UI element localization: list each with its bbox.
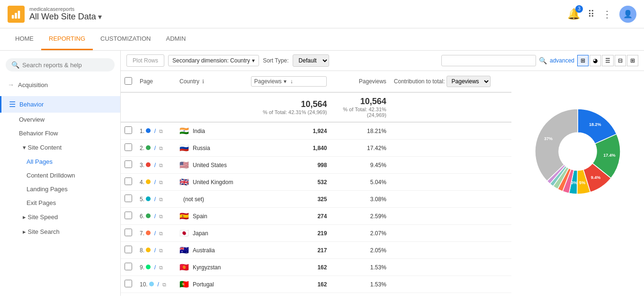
secondary-dimension-dropdown[interactable]: Secondary dimension: Country ▾ <box>168 55 259 66</box>
nav-home[interactable]: HOME <box>8 28 41 50</box>
row-checkbox-9[interactable] <box>125 280 132 287</box>
nav-customization[interactable]: CUSTOMIZATION <box>93 28 158 50</box>
contrib-cell: 1.53% <box>331 276 390 293</box>
nav-admin[interactable]: ADMIN <box>158 28 193 50</box>
page-link[interactable]: / <box>154 179 156 186</box>
copy-icon[interactable]: ⧉ <box>159 162 163 168</box>
pie-view-button[interactable]: ◕ <box>590 55 601 66</box>
pageviews-dropdown[interactable]: Pageviews ▾ ↓ <box>251 76 327 87</box>
sidebar-item-landing-pages[interactable]: Landing Pages <box>23 182 120 196</box>
country-name: Spain <box>193 213 207 220</box>
copy-icon[interactable]: ⧉ <box>159 265 163 270</box>
page-link[interactable]: / <box>154 230 156 237</box>
sidebar-item-behavior[interactable]: ☰ Behavior <box>0 96 120 113</box>
row-checkbox-7[interactable] <box>125 246 132 253</box>
table-chart-container: Page Country ℹ Pageviews ▾ ↓ <box>121 71 644 293</box>
contrib-bar-cell <box>390 122 511 140</box>
country-cell: 🇷🇺 Russia <box>179 143 243 152</box>
page-link[interactable]: / <box>154 264 156 271</box>
contrib-cell: 2.07% <box>331 225 390 242</box>
secondary-dim-label: Secondary dimension: Country <box>172 57 250 64</box>
sidebar: 🔍 → Acquisition ☰ Behavior Overview Beha… <box>0 51 121 296</box>
contrib-cell: 1.53% <box>331 259 390 276</box>
sort-arrow[interactable]: ↓ <box>290 78 293 85</box>
country-cell: 🇦🇺 Australia <box>179 246 243 255</box>
more-options-icon[interactable]: ⋮ <box>602 9 612 20</box>
row-checkbox-0[interactable] <box>125 126 132 134</box>
pageviews-cell: 162 <box>247 259 331 276</box>
country-cell: 🇺🇸 United States <box>179 160 243 169</box>
contrib-cell: 9.45% <box>331 157 390 174</box>
country-name: India <box>193 128 205 134</box>
flag-icon: 🇵🇹 <box>179 280 189 289</box>
page-link[interactable]: / <box>154 128 156 134</box>
dropdown-arrow[interactable]: ▾ <box>98 12 102 21</box>
page-link[interactable]: / <box>157 281 159 288</box>
page-link[interactable]: / <box>154 247 156 254</box>
filter-view-button[interactable]: ⊟ <box>615 55 626 66</box>
row-checkbox-5[interactable] <box>125 212 132 219</box>
sidebar-acquisition-section: → Acquisition <box>0 75 120 94</box>
custom-view-button[interactable]: ⊞ <box>627 55 638 66</box>
sidebar-item-behavior-flow[interactable]: Behavior Flow <box>15 126 120 140</box>
page-link[interactable]: / <box>154 145 156 151</box>
pie-label-0: 18.2% <box>589 122 601 127</box>
copy-icon[interactable]: ⧉ <box>159 248 163 253</box>
row-checkbox-4[interactable] <box>125 195 132 202</box>
row-color-dot <box>146 179 151 184</box>
copy-icon[interactable]: ⧉ <box>159 145 163 151</box>
bell-button[interactable]: 🔔 3 <box>567 8 580 20</box>
sidebar-item-all-pages[interactable]: All Pages <box>23 155 120 169</box>
search-icon: 🔍 <box>11 61 19 69</box>
sort-type-select[interactable]: Default <box>293 54 329 67</box>
copy-icon[interactable]: ⧉ <box>159 179 163 185</box>
row-num: 1. <box>140 128 144 134</box>
col-contribution: Contribution to total: Pageviews <box>390 71 511 92</box>
plot-rows-button[interactable]: Plot Rows <box>126 54 164 67</box>
row-checkbox-6[interactable] <box>125 229 132 236</box>
row-checkbox-1[interactable] <box>125 143 132 151</box>
page-link[interactable]: / <box>154 196 156 203</box>
contribution-select[interactable]: Pageviews <box>447 76 491 87</box>
copy-icon[interactable]: ⧉ <box>159 128 163 134</box>
avatar[interactable]: 👤 <box>619 6 636 23</box>
sidebar-site-content-header[interactable]: ▾ Site Content <box>15 140 120 155</box>
advanced-link[interactable]: advanced <box>550 57 574 64</box>
flag-icon: 🇦🇺 <box>179 246 189 255</box>
country-name: Russia <box>193 145 210 151</box>
row-checkbox-8[interactable] <box>125 263 132 270</box>
row-color-dot <box>146 213 151 218</box>
sidebar-item-exit-pages[interactable]: Exit Pages <box>23 196 120 210</box>
contrib-cell: 5.04% <box>331 174 390 191</box>
sidebar-site-search-header[interactable]: ▸ Site Search <box>15 224 120 239</box>
search-input[interactable] <box>22 62 109 69</box>
row-checkbox-2[interactable] <box>125 160 132 168</box>
pie-label-3: 5% <box>579 180 585 185</box>
copy-icon[interactable]: ⧉ <box>159 213 163 219</box>
copy-icon[interactable]: ⧉ <box>159 231 163 236</box>
country-name: Australia <box>193 247 215 254</box>
sidebar-item-content-drilldown[interactable]: Content Drilldown <box>23 169 120 182</box>
search-box[interactable]: 🔍 <box>6 58 115 71</box>
copy-icon[interactable]: ⧉ <box>162 282 166 287</box>
copy-icon[interactable]: ⧉ <box>159 196 163 202</box>
list-view-button[interactable]: ☰ <box>602 55 614 66</box>
sidebar-item-overview[interactable]: Overview <box>15 113 120 126</box>
row-checkbox-3[interactable] <box>125 178 132 185</box>
grid-view-button[interactable]: ⊞ <box>577 55 589 66</box>
sidebar-item-acquisition[interactable]: → Acquisition <box>0 77 120 92</box>
summary-pageviews-main: 10,564 <box>251 99 327 109</box>
page-link[interactable]: / <box>154 213 156 220</box>
pie-label-2: 9.4% <box>591 175 601 180</box>
country-cell: 🇬🇧 United Kingdom <box>179 178 243 187</box>
pie-label-10: 37% <box>544 136 553 141</box>
sidebar-site-speed-header[interactable]: ▸ Site Speed <box>15 210 120 224</box>
search-icon[interactable]: 🔍 <box>539 57 547 64</box>
page-link[interactable]: / <box>154 162 156 169</box>
grid-icon[interactable]: ⠿ <box>588 9 595 20</box>
contrib-cell: 18.21% <box>331 122 390 140</box>
content-area: Plot Rows Secondary dimension: Country ▾… <box>121 51 644 296</box>
select-all-checkbox[interactable] <box>125 77 132 85</box>
nav-reporting[interactable]: REPORTING <box>41 28 93 50</box>
toolbar-search-input[interactable] <box>441 55 536 66</box>
